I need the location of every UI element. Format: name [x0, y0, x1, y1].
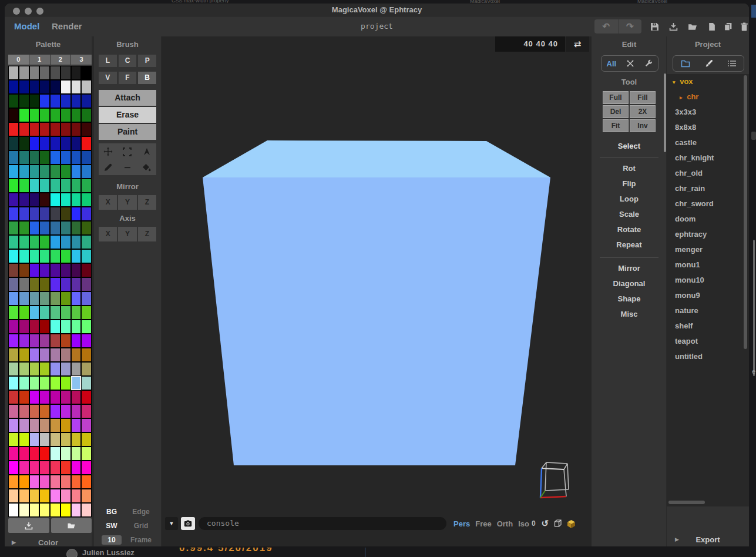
palette-swatch[interactable] [39, 489, 50, 503]
palette-swatch[interactable] [61, 277, 71, 291]
palette-swatch[interactable] [81, 207, 92, 221]
palette-swatch[interactable] [61, 362, 71, 376]
palette-swatch[interactable] [8, 404, 19, 418]
palette-tab-0[interactable]: 0 [8, 55, 29, 65]
palette-swatch[interactable] [39, 503, 50, 517]
palette-swatch[interactable] [50, 432, 61, 447]
palette-swatch[interactable] [61, 306, 71, 320]
palette-swatch[interactable] [8, 503, 19, 517]
palette-swatch[interactable] [81, 461, 92, 475]
collapse-icon[interactable]: ▾ [673, 79, 676, 85]
palette-swatch[interactable] [39, 291, 50, 306]
palette-swatch[interactable] [50, 390, 61, 404]
console-input[interactable]: console [199, 517, 446, 530]
palette-swatch[interactable] [50, 306, 61, 320]
palette-swatch[interactable] [8, 94, 19, 108]
palette-swatch[interactable] [61, 489, 71, 503]
palette-swatch[interactable] [19, 503, 29, 517]
edit-op-flip[interactable]: Flip [592, 176, 667, 192]
edit-op-rot[interactable]: Rot [592, 161, 667, 176]
palette-swatch[interactable] [29, 136, 40, 150]
palette-swatch[interactable] [71, 489, 82, 503]
palette-swatch[interactable] [39, 334, 50, 348]
palette-swatch[interactable] [19, 447, 29, 461]
palette-swatch[interactable] [29, 249, 40, 263]
palette-swatch[interactable] [29, 165, 40, 179]
palette-swatch[interactable] [50, 263, 61, 277]
console-dropdown-button[interactable]: ▼ [165, 517, 178, 530]
palette-swatch[interactable] [29, 108, 40, 122]
palette-swatch[interactable] [50, 475, 61, 489]
palette-swatch[interactable] [50, 249, 61, 263]
palette-swatch[interactable] [39, 432, 50, 447]
palette-swatch[interactable] [39, 249, 50, 263]
palette-swatch[interactable] [8, 489, 19, 503]
grid-label[interactable]: Grid [125, 522, 157, 530]
palette-swatch[interactable] [19, 418, 29, 432]
render-cube-icon[interactable] [567, 519, 576, 528]
palette-swatch[interactable] [71, 291, 82, 306]
palette-swatch[interactable] [19, 207, 29, 221]
brush-mode-b[interactable]: B [138, 72, 156, 84]
file-item-doom[interactable]: doom [667, 212, 749, 227]
palette-swatch[interactable] [71, 475, 82, 489]
palette-swatch[interactable] [81, 418, 92, 432]
rotation-step-value[interactable]: 0 [532, 519, 536, 528]
palette-swatch[interactable] [39, 94, 50, 108]
palette-swatch[interactable] [81, 122, 92, 136]
palette-swatch[interactable] [29, 475, 40, 489]
palette-swatch[interactable] [50, 122, 61, 136]
palette-swatch[interactable] [81, 489, 92, 503]
palette-swatch[interactable] [19, 362, 29, 376]
paint-button[interactable]: Paint [99, 124, 156, 140]
expand-color-icon[interactable]: ▶ [12, 539, 16, 545]
palette-swatch[interactable] [71, 80, 82, 94]
file-item-chr_old[interactable]: chr_old [667, 166, 749, 181]
palette-swatch[interactable] [50, 418, 61, 432]
palette-swatch[interactable] [29, 418, 40, 432]
palette-swatch[interactable] [61, 150, 71, 165]
palette-swatch[interactable] [71, 66, 82, 80]
palette-swatch[interactable] [19, 150, 29, 165]
file-item-8x8x8[interactable]: 8x8x8 [667, 120, 749, 135]
palette-swatch[interactable] [61, 475, 71, 489]
palette-swatch[interactable] [50, 207, 61, 221]
palette-swatch[interactable] [71, 150, 82, 165]
frame-label[interactable]: Frame [125, 536, 157, 544]
palette-swatch[interactable] [81, 66, 92, 80]
palette-swatch[interactable] [8, 447, 19, 461]
palette-swatch[interactable] [39, 165, 50, 179]
palette-swatch[interactable] [81, 503, 92, 517]
palette-swatch[interactable] [71, 432, 82, 447]
palette-swatch[interactable] [61, 80, 71, 94]
palette-swatch[interactable] [19, 489, 29, 503]
palette-swatch[interactable] [39, 108, 50, 122]
palette-swatch[interactable] [39, 179, 50, 193]
palette-swatch[interactable] [8, 376, 19, 390]
select-menu-item[interactable]: Select [592, 142, 667, 150]
palette-swatch[interactable] [61, 320, 71, 334]
palette-swatch[interactable] [19, 461, 29, 475]
palette-swatch[interactable] [19, 334, 29, 348]
edit-op-scale[interactable]: Scale [592, 207, 667, 222]
palette-swatch[interactable] [19, 165, 29, 179]
palette-swatch[interactable] [8, 136, 19, 150]
palette-swatch[interactable] [39, 320, 50, 334]
palette-swatch[interactable] [61, 376, 71, 390]
palette-swatch[interactable] [19, 179, 29, 193]
palette-swatch[interactable] [39, 80, 50, 94]
palette-swatch[interactable] [50, 503, 61, 517]
undo-button[interactable]: ↶ [594, 19, 619, 33]
palette-swatch[interactable] [19, 277, 29, 291]
palette-swatch[interactable] [39, 418, 50, 432]
palette-swatch[interactable] [29, 291, 40, 306]
color-footer[interactable]: ▶ Color [5, 537, 92, 546]
paintbrush-icon[interactable] [705, 59, 713, 68]
redo-button[interactable]: ↷ [619, 19, 642, 33]
palette-swatch[interactable] [81, 193, 92, 207]
transform-icon[interactable] [626, 59, 634, 68]
palette-swatch[interactable] [81, 263, 92, 277]
palette-swatch[interactable] [50, 193, 61, 207]
palette-swatch[interactable] [8, 66, 19, 80]
edit-op-loop[interactable]: Loop [592, 192, 667, 207]
